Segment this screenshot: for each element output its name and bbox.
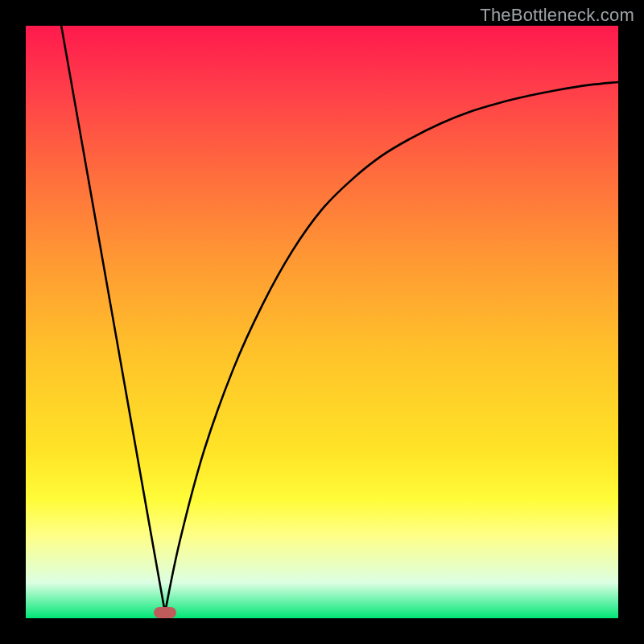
watermark-text: TheBottleneck.com [480,5,634,26]
plot-area [26,26,618,618]
bottleneck-curve-right [165,82,618,613]
stage: TheBottleneck.com [0,0,644,644]
minimum-marker [154,607,176,618]
curve-svg [26,26,618,618]
bottleneck-curve-left [61,26,165,613]
